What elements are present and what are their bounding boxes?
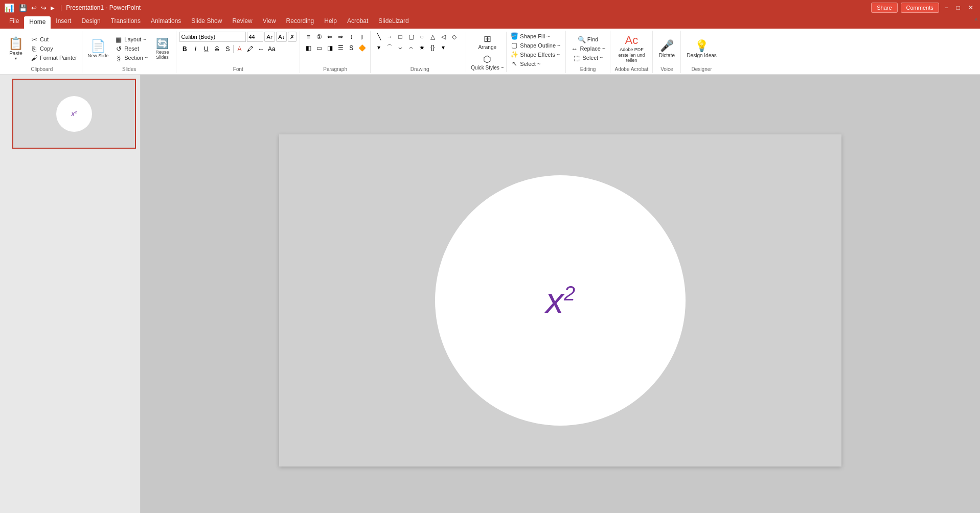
underline-button[interactable]: U: [201, 44, 211, 54]
line-spacing-button[interactable]: ↕: [346, 32, 356, 42]
font-name-input[interactable]: [179, 32, 246, 42]
change-case-button[interactable]: Aa: [266, 44, 277, 54]
cut-button[interactable]: ✂ Cut: [29, 35, 79, 44]
font-label: Font: [233, 65, 243, 72]
font-color-button[interactable]: A: [234, 44, 244, 54]
design-ideas-button[interactable]: 💡 Design Ideas: [684, 38, 719, 60]
arrow-shape-button[interactable]: →: [384, 32, 395, 42]
increase-font-button[interactable]: A↑: [264, 32, 275, 42]
tab-slidelizard[interactable]: SlideLizard: [373, 15, 414, 29]
close-icon[interactable]: ✕: [966, 3, 976, 12]
clipboard-label: Clipboard: [31, 65, 53, 72]
text-shadow-button[interactable]: S: [346, 43, 356, 53]
rect-shape-button[interactable]: □: [395, 32, 405, 42]
align-center-button[interactable]: ▭: [314, 43, 324, 53]
tab-animations[interactable]: Animations: [146, 15, 186, 29]
line-shape-button[interactable]: ╲: [374, 32, 384, 42]
shape-fill-button[interactable]: 🪣 Shape Fill ~: [509, 32, 562, 40]
tab-recording[interactable]: Recording: [281, 15, 320, 29]
paste-button[interactable]: 📋 Paste ▾: [5, 35, 27, 62]
acrobat-label: Adobe Acrobat: [615, 65, 649, 72]
qa-save[interactable]: 💾: [17, 3, 29, 13]
decrease-font-button[interactable]: A↓: [276, 32, 287, 42]
layout-icon: ▦: [115, 36, 123, 43]
shape-effects-button[interactable]: ✨ Shape Effects ~: [509, 50, 562, 59]
share-button[interactable]: Share: [871, 3, 897, 13]
tab-help[interactable]: Help: [319, 15, 342, 29]
section-button[interactable]: § Section ~: [113, 54, 149, 62]
round-rect-button[interactable]: ▢: [406, 32, 416, 42]
increase-indent-button[interactable]: ⇒: [335, 32, 346, 42]
reset-button[interactable]: ↺ Reset: [113, 44, 149, 53]
curve3-button[interactable]: ⌢: [406, 42, 416, 53]
collapse-ribbon-button[interactable]: ∧: [972, 15, 980, 29]
find-icon: 🔍: [578, 36, 586, 43]
smartart-button[interactable]: 🔶: [357, 43, 367, 53]
clear-format-button[interactable]: ✗: [288, 32, 297, 42]
quick-styles-button[interactable]: ⬡ Quick Styles ~: [468, 52, 506, 72]
comments-button[interactable]: Comments: [901, 3, 939, 13]
layout-button[interactable]: ▦ Layout ~: [113, 35, 149, 44]
maximize-icon[interactable]: □: [954, 3, 963, 12]
curve1-button[interactable]: ⌒: [384, 42, 395, 53]
decrease-indent-button[interactable]: ⇐: [325, 32, 335, 42]
columns-button[interactable]: ⫿: [357, 32, 367, 42]
align-left-button[interactable]: ◧: [303, 43, 313, 53]
bracket-button[interactable]: {}: [427, 42, 438, 53]
ribbon-group-font: A↑ A↓ ✗ B I U S S A 🖍 ↔ Aa Font: [176, 31, 300, 73]
cut-icon: ✂: [30, 36, 38, 43]
rtriangle-shape-button[interactable]: ◁: [438, 32, 448, 42]
editing-select-button[interactable]: ⬚ Select ~: [571, 54, 604, 62]
justify-button[interactable]: ☰: [335, 43, 346, 53]
qa-redo[interactable]: ↪: [39, 3, 48, 13]
slide-circle-shape[interactable]: x2: [435, 175, 686, 426]
shadow-button[interactable]: S: [222, 44, 233, 54]
slide-thumbnail-1[interactable]: x2: [12, 79, 136, 149]
dictate-button[interactable]: 🎤 Dictate: [656, 38, 677, 60]
replace-button[interactable]: ↔ Replace ~: [569, 44, 607, 53]
reuse-slides-button[interactable]: 🔄 ReuseSlides: [151, 36, 173, 61]
tab-view[interactable]: View: [258, 15, 281, 29]
arrange-button[interactable]: ⊞ Arrange: [468, 32, 506, 52]
tab-slideshow[interactable]: Slide Show: [186, 15, 227, 29]
copy-button[interactable]: ⎘ Copy: [29, 44, 79, 53]
diamond-shape-button[interactable]: ◇: [449, 32, 459, 42]
triangle-shape-button[interactable]: △: [427, 32, 438, 42]
ribbon-group-acrobat: Ac Adobe PDFerstellen und teilen Adobe A…: [610, 31, 653, 73]
more-shapes-button[interactable]: ▾: [374, 42, 384, 53]
qa-present[interactable]: ▶: [49, 4, 56, 12]
tab-transitions[interactable]: Transitions: [106, 15, 146, 29]
tab-file[interactable]: File: [4, 15, 24, 29]
tab-design[interactable]: Design: [76, 15, 105, 29]
slide-canvas: x2: [279, 134, 841, 467]
highlight-button[interactable]: 🖍: [245, 44, 255, 54]
tab-acrobat[interactable]: Acrobat: [342, 15, 373, 29]
select-button[interactable]: ↖ Select ~: [509, 59, 562, 68]
curve2-button[interactable]: ⌣: [395, 42, 405, 53]
font-size-input[interactable]: [247, 32, 263, 42]
bullets-button[interactable]: ≡: [303, 32, 313, 42]
ribbon-group-voice: 🎤 Dictate Voice: [653, 31, 681, 73]
tab-insert[interactable]: Insert: [51, 15, 76, 29]
find-button[interactable]: 🔍 Find: [576, 35, 600, 44]
canvas-area[interactable]: x2: [141, 75, 980, 513]
adobe-pdf-button[interactable]: Ac Adobe PDFerstellen und teilen: [613, 32, 649, 65]
circle-shape-button[interactable]: ○: [417, 32, 427, 42]
tab-review[interactable]: Review: [227, 15, 257, 29]
numbering-button[interactable]: ①: [314, 32, 324, 42]
ribbon-group-paragraph: ≡ ① ⇐ ⇒ ↕ ⫿ ◧ ▭ ◨ ☰ S 🔶 Paragraph: [300, 31, 371, 73]
minimize-icon[interactable]: −: [942, 3, 951, 12]
shape-fill-icon: 🪣: [510, 32, 518, 40]
tab-home[interactable]: Home: [24, 16, 51, 29]
qa-undo[interactable]: ↩: [30, 3, 38, 13]
shape-outline-button[interactable]: ▢ Shape Outline ~: [509, 41, 562, 50]
align-right-button[interactable]: ◨: [325, 43, 335, 53]
bold-button[interactable]: B: [179, 44, 190, 54]
shape-more-button[interactable]: ▾: [438, 42, 448, 53]
character-spacing-button[interactable]: ↔: [256, 44, 266, 54]
format-painter-button[interactable]: 🖌 Format Painter: [29, 54, 79, 62]
star-button[interactable]: ★: [417, 42, 427, 53]
strikethrough-button[interactable]: S: [212, 44, 222, 54]
italic-button[interactable]: I: [190, 44, 200, 54]
new-slide-button[interactable]: 📄 New Slide: [85, 37, 111, 60]
